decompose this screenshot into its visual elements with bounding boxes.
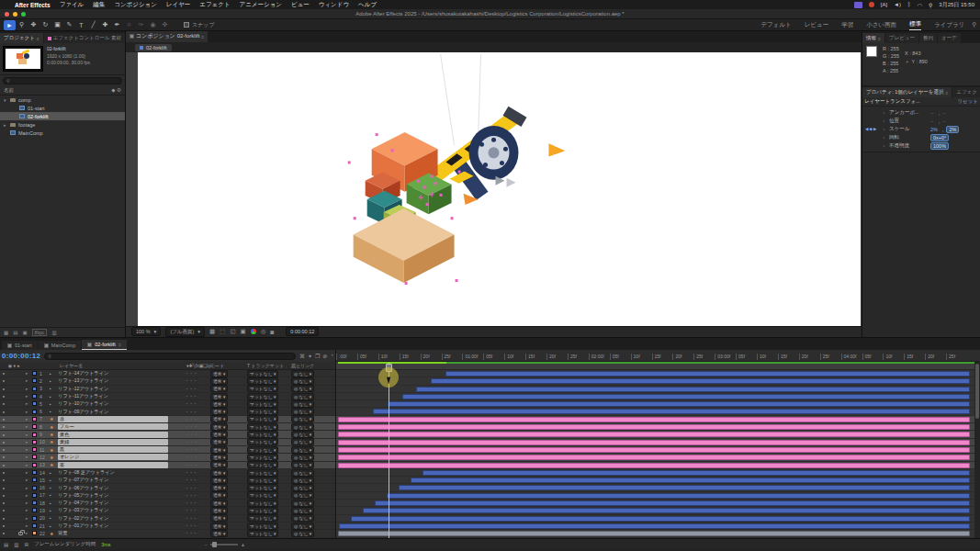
blend-mode-select[interactable]: 通常 ▾ — [210, 491, 228, 499]
timeline-tab[interactable]: MainComp — [39, 341, 82, 350]
blend-mode-select[interactable]: 通常 ▾ — [210, 415, 228, 422]
interpret-footage-icon[interactable]: ▦ — [4, 330, 8, 335]
tool-button-7[interactable]: ╱ — [87, 20, 99, 30]
layer-bar-track[interactable] — [336, 386, 974, 393]
parent-link-select[interactable]: ◎ なし ▾ — [291, 523, 314, 530]
parent-link-select[interactable]: ◎ なし ▾ — [291, 438, 314, 445]
graph-editor-icon[interactable]: ⊞ — [24, 542, 28, 547]
property-label[interactable]: アンカーポ... — [889, 109, 928, 116]
layer-duration-bar[interactable] — [351, 516, 970, 522]
twirl-icon[interactable]: ▸ — [26, 523, 32, 528]
parent-link-select[interactable]: ◎ なし ▾ — [291, 454, 314, 461]
layer-name[interactable]: リフト-10アウトライン — [58, 400, 108, 406]
parent-link-select[interactable]: ◎ なし ▾ — [291, 477, 314, 484]
layer-bar-track[interactable] — [336, 431, 974, 438]
timeline-zoom-control[interactable]: − ▲ — [205, 542, 246, 547]
delete-item-icon[interactable]: ▥ — [51, 330, 56, 335]
label-color-chip[interactable] — [32, 433, 37, 437]
label-color-chip[interactable] — [32, 447, 37, 452]
tool-button-13[interactable]: ✜ — [159, 20, 171, 30]
workspace-tab[interactable]: ライブラリ — [934, 21, 964, 29]
layer-duration-bar[interactable] — [399, 485, 970, 490]
twirl-icon[interactable]: ▸ — [26, 508, 32, 512]
layer-switches[interactable]: ▪ ▪ ▪ — [186, 500, 210, 505]
track-matte-select[interactable]: マットなし ▾ — [247, 393, 278, 400]
blend-mode-select[interactable]: 通常 ▾ — [210, 500, 228, 507]
blend-mode-select[interactable]: 通常 ▾ — [210, 393, 228, 400]
twirl-icon[interactable]: ▸ — [4, 122, 7, 128]
property-label[interactable]: スケール — [889, 126, 928, 132]
tab-0[interactable]: 情報≡ — [862, 33, 884, 43]
twirl-icon[interactable]: ▸ — [26, 486, 32, 490]
layer-duration-bar[interactable] — [375, 500, 970, 506]
twirl-icon[interactable]: ▸ — [26, 478, 32, 482]
tool-button-1[interactable]: ⚲ — [16, 20, 28, 30]
blend-mode-select[interactable]: 通常 ▾ — [210, 438, 228, 445]
layer-bar-track[interactable] — [336, 454, 974, 461]
layer-bar-track[interactable] — [336, 462, 974, 469]
spotlight-icon[interactable]: ⚲ — [929, 2, 932, 8]
parent-link-select[interactable]: ◎ なし ▾ — [291, 461, 314, 468]
property-label[interactable]: 不透明度 — [889, 142, 928, 149]
layer-bar-track[interactable] — [336, 492, 974, 500]
eye-icon[interactable]: ● — [0, 493, 7, 498]
layer-switches[interactable]: ▪ ▪ ▪ — [186, 523, 210, 528]
resolution-select[interactable]: (フル画質)▾ — [165, 327, 205, 337]
keyframe-nav-icons[interactable]: ◀◆▶ — [865, 127, 878, 131]
tab-effects-presets[interactable]: エフェク — [952, 87, 980, 97]
layer-row[interactable]: ●▸22★背景▪ ▪ ▪通常 ▾マットなし ▾◎ なし ▾ — [0, 530, 335, 537]
tab-properties[interactable]: プロパティ: 1個のレイヤーを選択≡ — [862, 87, 952, 97]
track-matte-select[interactable]: マットなし ▾ — [247, 423, 278, 431]
eye-icon[interactable]: ● — [0, 433, 7, 437]
layer-bar-track[interactable] — [336, 423, 974, 431]
viewer-comp-subtab[interactable]: 02-forklift — [135, 44, 172, 51]
layer-switches[interactable]: ▪ ▪ ▪ — [186, 378, 210, 383]
parent-link-select[interactable]: ◎ なし ▾ — [291, 431, 314, 438]
blend-mode-select[interactable]: 通常 ▾ — [210, 400, 228, 408]
layer-name[interactable]: リフト-06アウトライン — [58, 485, 108, 490]
work-area-bar[interactable] — [336, 362, 980, 370]
label-color-chip[interactable] — [32, 455, 37, 459]
playhead[interactable] — [389, 362, 389, 538]
mask-visibility-icon[interactable]: ⬚ — [220, 328, 225, 335]
track-matte-select[interactable]: マットなし ▾ — [247, 377, 278, 385]
eye-icon[interactable]: ● — [0, 417, 7, 422]
parent-link-select[interactable]: ◎ なし ▾ — [291, 423, 314, 431]
label-color-chip[interactable] — [32, 486, 37, 490]
layer-duration-bar[interactable] — [422, 470, 970, 476]
current-timecode[interactable]: 0:00:00:12 — [2, 352, 40, 360]
track-matte-select[interactable]: マットなし ▾ — [247, 454, 278, 461]
menu-item[interactable]: ビュー — [291, 1, 310, 9]
parent-link-select[interactable]: ◎ なし ▾ — [291, 408, 314, 415]
parent-link-select[interactable]: ◎ なし ▾ — [291, 507, 314, 514]
twirl-icon[interactable]: ▸ — [26, 371, 32, 376]
eye-icon[interactable]: ● — [0, 410, 7, 414]
wifi-icon[interactable]: ◠ — [918, 2, 922, 8]
eye-icon[interactable]: ● — [0, 424, 7, 429]
layer-duration-bar[interactable] — [373, 409, 970, 414]
blend-mode-select[interactable]: 通常 ▾ — [210, 514, 228, 522]
label-color-chip[interactable] — [32, 523, 37, 528]
label-color-chip[interactable] — [32, 531, 37, 535]
layer-name[interactable]: 赤 — [58, 416, 168, 422]
layer-name[interactable]: リフト-08 足アウトライン — [58, 469, 115, 475]
track-matte-select[interactable]: マットなし ▾ — [247, 523, 278, 530]
menu-item[interactable]: 編集 — [93, 1, 105, 9]
stopwatch-icon[interactable]: ◔ — [881, 135, 886, 141]
property-value[interactable]: 0x+0° — [930, 134, 949, 141]
stopwatch-icon[interactable]: ◔ — [881, 110, 886, 116]
layer-name[interactable]: リフト-14アウトライン — [58, 370, 108, 376]
transform-section-label[interactable]: レイヤートランスフォ... — [864, 98, 920, 105]
label-color-chip[interactable] — [32, 417, 37, 422]
layer-bar-track[interactable] — [336, 416, 974, 423]
track-matte-select[interactable]: マットなし ▾ — [247, 491, 278, 499]
new-folder-icon[interactable]: ▤ — [13, 330, 17, 335]
layer-duration-bar[interactable] — [338, 440, 970, 445]
layer-bar-track[interactable] — [336, 408, 974, 415]
parent-link-select[interactable]: ◎ なし ▾ — [291, 530, 314, 537]
bluetooth-icon[interactable]: ᛒ — [907, 2, 911, 7]
lock-column[interactable] — [15, 532, 26, 535]
twirl-icon[interactable]: ▸ — [26, 447, 32, 452]
frame-blend-icon[interactable]: ⊘ — [322, 353, 327, 359]
property-value[interactable]: -- — [942, 118, 946, 124]
